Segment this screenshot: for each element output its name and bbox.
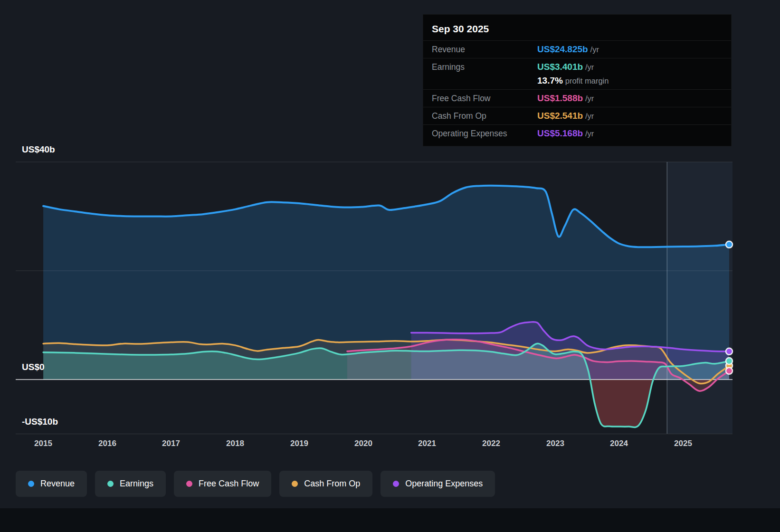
x-axis-label: 2019	[280, 439, 318, 448]
legend-label-operating-expenses: Operating Expenses	[405, 479, 483, 489]
cash-from-op-dot-icon	[292, 481, 298, 487]
revenue-dot-icon	[28, 481, 34, 487]
tooltip-value-revenue: US$24.825b /yr	[537, 44, 723, 55]
tooltip-label-free-cash-flow: Free Cash Flow	[432, 94, 537, 104]
x-axis-label: 2022	[472, 439, 510, 448]
marker-earnings	[726, 358, 732, 364]
footer-strip	[0, 508, 780, 532]
data-tooltip: Sep 30 2025 Revenue US$24.825b /yr Earni…	[423, 14, 732, 146]
financials-chart-page: US$40bUS$0-US$10b20152016201720182019202…	[0, 0, 780, 532]
tooltip-label-earnings: Earnings	[432, 62, 537, 72]
marker-operating_expenses	[726, 348, 732, 355]
earnings-dot-icon	[107, 481, 114, 487]
tooltip-row-profit-margin: 13.7% profit margin	[423, 76, 731, 89]
tooltip-value-operating-expenses: US$5.168b /yr	[537, 128, 723, 139]
legend-label-free-cash-flow: Free Cash Flow	[199, 479, 259, 489]
x-axis-label: 2015	[24, 439, 62, 448]
tooltip-value-free-cash-flow: US$1.588b /yr	[537, 93, 723, 104]
legend-label-earnings: Earnings	[120, 479, 153, 489]
legend-label-revenue: Revenue	[40, 479, 75, 489]
legend-item-cash-from-op[interactable]: Cash From Op	[279, 471, 372, 497]
x-axis-label: 2016	[88, 439, 126, 448]
x-axis-label: 2020	[344, 439, 382, 448]
tooltip-row-free-cash-flow: Free Cash Flow US$1.588b /yr	[423, 89, 731, 107]
tooltip-row-cash-from-op: Cash From Op US$2.541b /yr	[423, 107, 731, 124]
x-axis-label: 2021	[408, 439, 446, 448]
legend-label-cash-from-op: Cash From Op	[304, 479, 360, 489]
x-axis-label: 2025	[664, 439, 702, 448]
legend-item-earnings[interactable]: Earnings	[95, 471, 166, 497]
tooltip-value-profit-margin: 13.7% profit margin	[537, 76, 723, 86]
tooltip-date: Sep 30 2025	[423, 21, 731, 40]
x-axis-label: 2017	[152, 439, 190, 448]
legend-item-free-cash-flow[interactable]: Free Cash Flow	[174, 471, 271, 497]
legend-item-operating-expenses[interactable]: Operating Expenses	[380, 471, 495, 497]
legend-item-revenue[interactable]: Revenue	[16, 471, 87, 497]
legend: Revenue Earnings Free Cash Flow Cash Fro…	[16, 471, 495, 497]
tooltip-value-earnings: US$3.401b /yr	[537, 62, 723, 72]
tooltip-label-revenue: Revenue	[432, 45, 537, 55]
tooltip-row-earnings: Earnings US$3.401b /yr	[423, 58, 731, 76]
tooltip-row-operating-expenses: Operating Expenses US$5.168b /yr	[423, 124, 731, 142]
tooltip-value-cash-from-op: US$2.541b /yr	[537, 111, 723, 121]
marker-free_cash_flow	[726, 368, 732, 374]
y-axis-label: US$40b	[22, 144, 55, 155]
x-axis-label: 2018	[216, 439, 254, 448]
free-cash-flow-dot-icon	[186, 481, 192, 487]
x-axis-label: 2024	[600, 439, 638, 448]
x-axis-label: 2023	[536, 439, 574, 448]
marker-revenue	[726, 241, 732, 248]
y-axis-label: -US$10b	[22, 417, 58, 427]
tooltip-row-revenue: Revenue US$24.825b /yr	[423, 40, 731, 58]
y-axis-label: US$0	[22, 362, 45, 372]
operating-expenses-dot-icon	[393, 481, 399, 487]
tooltip-label-cash-from-op: Cash From Op	[432, 111, 537, 121]
tooltip-label-operating-expenses: Operating Expenses	[432, 129, 537, 139]
highlight-band	[667, 162, 732, 434]
